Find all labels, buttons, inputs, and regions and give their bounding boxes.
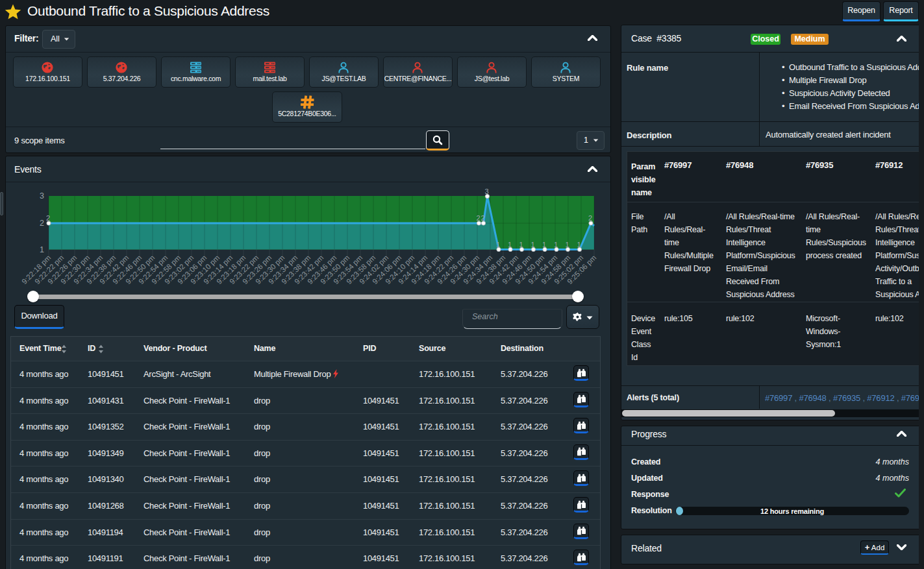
- svg-text:1: 1: [40, 245, 44, 254]
- svg-text:3: 3: [484, 188, 488, 195]
- svg-text:2: 2: [40, 219, 44, 228]
- svg-text:3: 3: [40, 191, 44, 200]
- svg-text:1: 1: [531, 241, 534, 248]
- svg-text:2: 2: [46, 214, 50, 222]
- svg-text:1: 1: [519, 241, 523, 248]
- svg-text:2: 2: [476, 214, 480, 222]
- svg-text:2: 2: [481, 214, 484, 222]
- svg-text:1: 1: [542, 241, 546, 248]
- svg-text:1: 1: [577, 241, 581, 248]
- svg-text:1: 1: [496, 241, 500, 248]
- svg-text:2: 2: [588, 214, 592, 222]
- svg-text:1: 1: [508, 241, 512, 248]
- svg-text:1: 1: [554, 241, 558, 248]
- svg-text:1: 1: [565, 241, 569, 248]
